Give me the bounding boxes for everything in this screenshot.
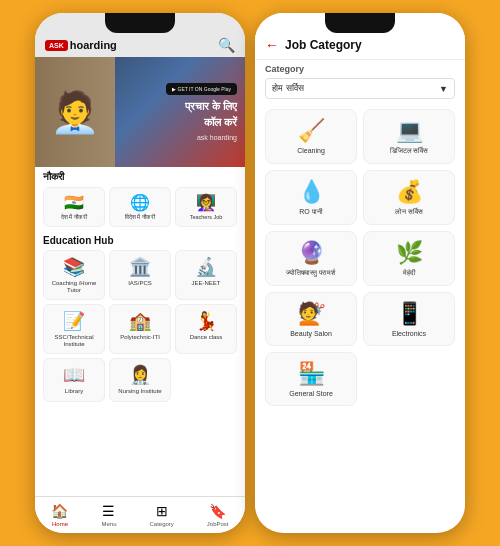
item-label: Polytechnic-ITI <box>120 334 160 341</box>
nav-jobpost-label: JobPost <box>207 521 229 527</box>
item-label: ज्योतिष/वास्तु परामर्श <box>286 269 337 277</box>
chevron-down-icon: ▼ <box>439 84 448 94</box>
scroll-content: नौकरी 🇮🇳 देश में नौकरी 🌐 विदेश में नौकरी… <box>35 167 245 496</box>
list-item[interactable]: 💻 डिजिटल सर्विस <box>363 109 455 164</box>
naukri-section: नौकरी 🇮🇳 देश में नौकरी 🌐 विदेश में नौकरी… <box>35 167 245 231</box>
nav-home-label: Home <box>52 521 68 527</box>
india-icon: 🇮🇳 <box>64 193 84 212</box>
nursing-icon: 👩‍⚕️ <box>129 364 151 386</box>
list-item[interactable]: 🏛️ IAS/PCS <box>109 250 171 300</box>
jobpost-icon: 🔖 <box>209 503 226 519</box>
item-label: लोन सर्विस <box>395 208 423 216</box>
cleaning-icon: 🧹 <box>298 118 325 144</box>
item-label: विदेश में नौकरी <box>125 214 155 221</box>
play-icon: ▶ <box>172 86 176 92</box>
banner-text: प्रचार के लिए कॉल करें <box>185 99 237 130</box>
item-label: Electronics <box>392 330 426 337</box>
item-label: Library <box>65 388 83 395</box>
astro-icon: 🔮 <box>298 240 325 266</box>
coaching-icon: 📚 <box>63 256 85 278</box>
item-label: Teachers Job <box>190 214 223 221</box>
store-icon: 🏪 <box>298 361 325 387</box>
item-label: Nursing Institute <box>118 388 161 395</box>
list-item[interactable]: 📝 SSC/Technical Institute <box>43 304 105 354</box>
item-label: General Store <box>289 390 333 397</box>
home-icon: 🏠 <box>51 503 68 519</box>
banner: 🧑‍💼 ▶ GET IT ON Google Play प्रचार के लि… <box>35 57 245 167</box>
list-item[interactable]: 👩‍🏫 Teachers Job <box>175 187 237 227</box>
list-item[interactable]: 🔬 JEE-NEET <box>175 250 237 300</box>
phone-notch-right <box>325 13 395 33</box>
nav-category[interactable]: ⊞ Category <box>149 503 173 527</box>
water-icon: 💧 <box>298 179 325 205</box>
item-label: Cleaning <box>297 147 325 154</box>
item-label: SSC/Technical Institute <box>47 334 101 348</box>
item-label: मेहंदी <box>403 269 416 277</box>
list-item[interactable]: 🇮🇳 देश में नौकरी <box>43 187 105 227</box>
google-play-button[interactable]: ▶ GET IT ON Google Play <box>166 83 237 95</box>
jee-icon: 🔬 <box>195 256 217 278</box>
nav-category-label: Category <box>149 521 173 527</box>
banner-logo-small: ask hoarding <box>197 134 237 141</box>
mic-icon: 🔍 <box>218 37 235 53</box>
ssc-icon: 📝 <box>63 310 85 332</box>
naukri-grid: 🇮🇳 देश में नौकरी 🌐 विदेश में नौकरी 👩‍🏫 T… <box>43 187 237 227</box>
list-item[interactable]: 📖 Library <box>43 358 105 401</box>
loan-icon: 💰 <box>396 179 423 205</box>
salon-icon: 💇 <box>298 301 325 327</box>
list-item[interactable]: 📱 Electronics <box>363 292 455 346</box>
nav-jobpost[interactable]: 🔖 JobPost <box>207 503 229 527</box>
right-phone: ← Job Category Category होम सर्विस ▼ 🧹 C… <box>255 13 465 533</box>
item-label: Coaching /Home Tutor <box>47 280 101 294</box>
list-item[interactable]: 🏫 Polytechnic-ITI <box>109 304 171 354</box>
item-label: Beauty Salon <box>290 330 332 337</box>
list-item[interactable]: 🌿 मेहंदी <box>363 231 455 286</box>
job-category-grid: 🧹 Cleaning 💻 डिजिटल सर्विस 💧 RO पानी 💰 ल… <box>255 105 465 410</box>
bottom-nav: 🏠 Home ☰ Menu ⊞ Category 🔖 JobPost <box>35 496 245 533</box>
library-icon: 📖 <box>63 364 85 386</box>
banner-content: ▶ GET IT ON Google Play प्रचार के लिए कॉ… <box>166 83 245 141</box>
back-button[interactable]: ← <box>265 37 279 53</box>
category-icon: ⊞ <box>156 503 168 519</box>
list-item[interactable]: 📚 Coaching /Home Tutor <box>43 250 105 300</box>
banner-person: 🧑‍💼 <box>35 57 115 167</box>
category-dropdown[interactable]: होम सर्विस ▼ <box>265 78 455 99</box>
item-label: देश में नौकरी <box>61 214 87 221</box>
list-item[interactable]: 🧹 Cleaning <box>265 109 357 164</box>
list-item[interactable]: 💰 लोन सर्विस <box>363 170 455 225</box>
item-label: Dance class <box>190 334 223 341</box>
ask-logo: ASK <box>45 40 68 51</box>
item-label: IAS/PCS <box>128 280 152 287</box>
list-item[interactable]: 💧 RO पानी <box>265 170 357 225</box>
item-label: डिजिटल सर्विस <box>390 147 429 155</box>
list-item[interactable]: 🌐 विदेश में नौकरी <box>109 187 171 227</box>
left-phone: ASK hoarding 🔍 🧑‍💼 ▶ GET IT ON Google Pl… <box>35 13 245 533</box>
electronics-icon: 📱 <box>396 301 423 327</box>
nav-menu[interactable]: ☰ Menu <box>101 503 116 527</box>
globe-icon: 🌐 <box>130 193 150 212</box>
banner-line2: कॉल करें <box>185 115 237 130</box>
digital-icon: 💻 <box>396 118 423 144</box>
menu-icon: ☰ <box>102 503 115 519</box>
item-label: JEE-NEET <box>191 280 220 287</box>
education-hub-section: Education Hub 📚 Coaching /Home Tutor 🏛️ … <box>35 231 245 406</box>
naukri-title: नौकरी <box>43 171 237 183</box>
list-item[interactable]: 🔮 ज्योतिष/वास्तु परामर्श <box>265 231 357 286</box>
list-item[interactable]: 🏪 General Store <box>265 352 357 406</box>
education-hub-title: Education Hub <box>43 235 237 246</box>
item-label: RO पानी <box>299 208 322 216</box>
list-item[interactable]: 👩‍⚕️ Nursing Institute <box>109 358 171 401</box>
list-item[interactable]: 💇 Beauty Salon <box>265 292 357 346</box>
ias-icon: 🏛️ <box>129 256 151 278</box>
dance-icon: 💃 <box>195 310 217 332</box>
category-label: Category <box>255 60 465 76</box>
mehendi-icon: 🌿 <box>396 240 423 266</box>
banner-line1: प्रचार के लिए <box>185 99 237 114</box>
education-grid: 📚 Coaching /Home Tutor 🏛️ IAS/PCS 🔬 JEE-… <box>43 250 237 402</box>
nav-menu-label: Menu <box>101 521 116 527</box>
nav-home[interactable]: 🏠 Home <box>51 503 68 527</box>
poly-icon: 🏫 <box>129 310 151 332</box>
list-item[interactable]: 💃 Dance class <box>175 304 237 354</box>
person-emoji: 🧑‍💼 <box>50 89 100 136</box>
phone-notch <box>105 13 175 33</box>
